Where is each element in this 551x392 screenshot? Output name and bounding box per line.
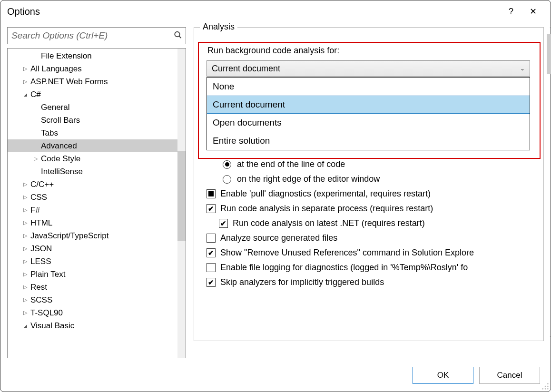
tree-item-visual-basic[interactable]: ◢Visual Basic bbox=[8, 319, 186, 332]
check-label: Enable file logging for diagnostics (log… bbox=[220, 263, 468, 273]
tree-item-intellisense[interactable]: IntelliSense bbox=[8, 165, 186, 178]
lower-options: at the end of the line of code on the ri… bbox=[204, 159, 541, 287]
check-enable-pull[interactable]: Enable 'pull' diagnostics (experimental,… bbox=[207, 189, 541, 199]
tree-scrollbar[interactable] bbox=[177, 49, 186, 358]
tree-item-rest[interactable]: ▷Rest bbox=[8, 281, 186, 294]
tree-item-label: All Languages bbox=[30, 64, 82, 74]
tree-item-plain-text[interactable]: ▷Plain Text bbox=[8, 268, 186, 281]
tree-item-label: ASP.NET Web Forms bbox=[30, 77, 108, 87]
svg-point-6 bbox=[545, 388, 546, 390]
tree-item-label: Plain Text bbox=[30, 270, 65, 279]
scope-option-entire-solution[interactable]: Entire solution bbox=[207, 132, 530, 150]
tree-collapsed-icon: ▷ bbox=[22, 258, 29, 265]
tree-item-label: Tabs bbox=[41, 128, 58, 138]
tree-item-css[interactable]: ▷CSS bbox=[8, 191, 186, 204]
tree-collapsed-icon: ▷ bbox=[22, 297, 29, 303]
svg-line-1 bbox=[179, 36, 181, 39]
tree-item-json[interactable]: ▷JSON bbox=[8, 242, 186, 255]
check-enable-file-logging[interactable]: Enable file logging for diagnostics (log… bbox=[207, 263, 541, 273]
check-analyze-source-gen[interactable]: Analyze source generated files bbox=[207, 233, 541, 243]
cancel-button[interactable]: Cancel bbox=[479, 367, 540, 384]
ok-button[interactable]: OK bbox=[413, 367, 473, 384]
tree-collapsed-icon: ▷ bbox=[22, 66, 29, 72]
search-input[interactable] bbox=[7, 27, 186, 44]
tree-item-label: T-SQL90 bbox=[30, 308, 63, 318]
check-skip-analyzers[interactable]: Skip analyzers for implicitly triggered … bbox=[207, 277, 541, 287]
svg-point-7 bbox=[547, 388, 549, 390]
button-label: OK bbox=[437, 371, 449, 380]
scope-option-current-document[interactable]: Current document bbox=[207, 96, 530, 114]
titlebar: Options ? ✕ bbox=[0, 0, 551, 22]
resize-grip-icon[interactable] bbox=[541, 382, 549, 390]
tree-collapsed-icon: ▷ bbox=[22, 220, 29, 226]
tree-item-tabs[interactable]: Tabs bbox=[8, 127, 186, 139]
tree-item-asp-net-web-forms[interactable]: ▷ASP.NET Web Forms bbox=[8, 75, 186, 88]
radio-icon bbox=[223, 175, 231, 184]
tree-item-label: C/C++ bbox=[30, 180, 54, 189]
analysis-group: Analysis Run background code analysis fo… bbox=[194, 27, 544, 341]
tree-item-file-extension[interactable]: File Extension bbox=[8, 49, 186, 62]
tree-item-html[interactable]: ▷HTML bbox=[8, 216, 186, 229]
tree-scroll-thumb[interactable] bbox=[177, 151, 186, 241]
check-run-latest-net[interactable]: Run code analysis on latest .NET (requir… bbox=[207, 218, 541, 228]
svg-point-4 bbox=[547, 386, 549, 387]
scope-option-open-documents[interactable]: Open documents bbox=[207, 114, 530, 132]
tree-item-general[interactable]: General bbox=[8, 101, 186, 114]
tree-item-label: IntelliSense bbox=[41, 167, 83, 176]
chevron-down-icon: ⌄ bbox=[520, 65, 525, 72]
scope-option-none[interactable]: None bbox=[207, 78, 530, 96]
tree-item-c-[interactable]: ◢C# bbox=[8, 88, 186, 101]
checkbox-icon bbox=[207, 204, 216, 213]
check-label: Run code analysis in separate process (r… bbox=[220, 204, 433, 214]
close-icon: ✕ bbox=[530, 6, 537, 17]
check-run-separate[interactable]: Run code analysis in separate process (r… bbox=[207, 204, 541, 214]
tree-collapsed-icon: ▷ bbox=[22, 233, 29, 239]
scope-combo-button[interactable]: Current document ⌄ bbox=[207, 60, 530, 77]
check-label: Analyze source generated files bbox=[220, 233, 337, 243]
checkbox-icon bbox=[207, 263, 216, 272]
tree-item-javascript-typescript[interactable]: ▷JavaScript/TypeScript bbox=[8, 229, 186, 242]
radio-end-of-line[interactable]: at the end of the line of code bbox=[207, 159, 541, 169]
tree-item-label: LESS bbox=[30, 257, 51, 266]
tree-item-label: File Extension bbox=[41, 51, 92, 61]
tree-item-label: C# bbox=[30, 90, 41, 99]
right-panel: Analysis Run background code analysis fo… bbox=[194, 27, 544, 358]
tree-collapsed-icon: ▷ bbox=[22, 310, 29, 316]
options-tree: File Extension▷All Languages▷ASP.NET Web… bbox=[7, 48, 186, 358]
checkbox-icon bbox=[219, 219, 228, 228]
radio-right-edge[interactable]: on the right edge of the editor window bbox=[207, 174, 541, 184]
tree-collapsed-icon: ▷ bbox=[22, 284, 29, 290]
tree-item-label: HTML bbox=[30, 218, 52, 228]
checkbox-icon bbox=[207, 234, 216, 243]
right-scrollbar[interactable]: ⌃ ⌄ bbox=[547, 25, 551, 339]
radio-label: at the end of the line of code bbox=[237, 159, 345, 169]
close-button[interactable]: ✕ bbox=[522, 4, 544, 19]
group-title: Analysis bbox=[200, 22, 237, 32]
tree-item-label: JSON bbox=[30, 244, 52, 254]
tree-collapsed-icon: ▷ bbox=[22, 271, 29, 277]
tree-item-all-languages[interactable]: ▷All Languages bbox=[8, 62, 186, 75]
tree-item-less[interactable]: ▷LESS bbox=[8, 255, 186, 268]
right-scroll-thumb[interactable] bbox=[547, 34, 551, 74]
tree-item-f-[interactable]: ▷F# bbox=[8, 204, 186, 216]
tree-item-label: Rest bbox=[30, 283, 47, 292]
radio-icon bbox=[223, 160, 231, 169]
tree-item-scroll-bars[interactable]: Scroll Bars bbox=[8, 114, 186, 127]
scope-combo[interactable]: Current document ⌄ NoneCurrent documentO… bbox=[207, 60, 530, 77]
check-show-remove-unused[interactable]: Show "Remove Unused References" command … bbox=[207, 248, 541, 258]
help-button[interactable]: ? bbox=[500, 4, 522, 19]
tree-item-code-style[interactable]: ▷Code Style bbox=[8, 152, 186, 165]
tree-item-c-c-[interactable]: ▷C/C++ bbox=[8, 178, 186, 191]
check-label: Show "Remove Unused References" command … bbox=[220, 248, 474, 258]
svg-point-3 bbox=[545, 386, 546, 387]
scroll-up-icon[interactable]: ⌃ bbox=[547, 25, 551, 33]
tree-collapsed-icon: ▷ bbox=[22, 245, 29, 252]
tree-item-label: JavaScript/TypeScript bbox=[30, 231, 108, 241]
tree-item-label: Advanced bbox=[41, 141, 77, 151]
checkbox-icon bbox=[207, 189, 216, 198]
tree-item-t-sql90[interactable]: ▷T-SQL90 bbox=[8, 306, 186, 319]
scroll-down-icon[interactable]: ⌄ bbox=[547, 332, 551, 339]
tree-item-scss[interactable]: ▷SCSS bbox=[8, 294, 186, 306]
tree-item-advanced[interactable]: Advanced bbox=[8, 139, 186, 152]
tree-expanded-icon: ◢ bbox=[22, 92, 29, 97]
